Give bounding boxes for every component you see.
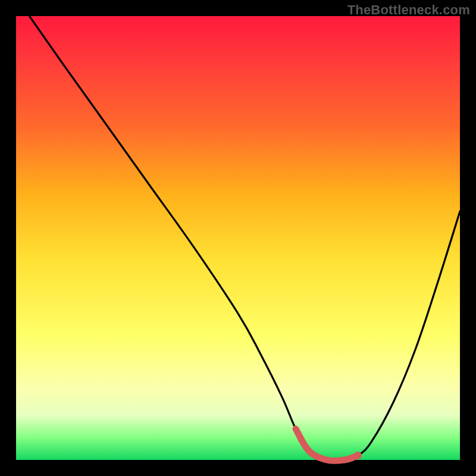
- plot-area: [16, 16, 460, 460]
- chart-frame: TheBottleneck.com: [0, 0, 476, 476]
- watermark-text: TheBottleneck.com: [347, 2, 470, 18]
